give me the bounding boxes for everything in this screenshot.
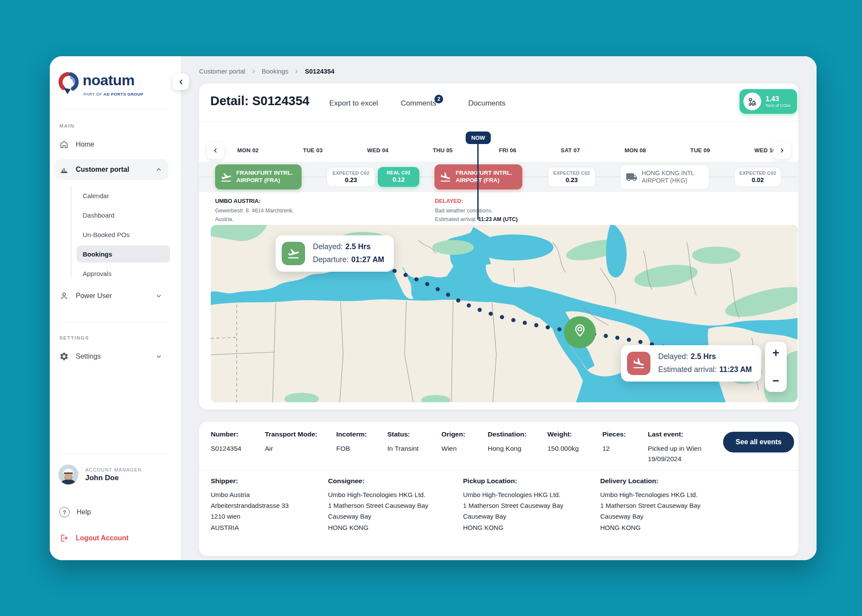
- field-label: Status:: [387, 430, 418, 438]
- sidebar-item-bookings[interactable]: Bookings: [77, 245, 170, 263]
- gear-icon: [59, 352, 69, 361]
- breadcrumb-customer-portal[interactable]: Customer portal: [199, 67, 245, 75]
- co2-chip-title: REAL C02: [378, 170, 419, 175]
- sidebar-item-label: Un-Booked POs: [83, 231, 129, 238]
- field-value: Wien: [441, 443, 465, 454]
- timeline-event-label: FRANKFURT INTRL. AIRPORT (FRA): [236, 170, 296, 184]
- breadcrumb-bookings[interactable]: Bookings: [262, 67, 289, 75]
- co2-total-badge[interactable]: 1.43 Tons of CO2e: [740, 89, 797, 114]
- field-destination: Destination: Hong Kong: [488, 430, 527, 454]
- timeline-date: SAT 07: [561, 147, 580, 154]
- truck-icon: [626, 171, 637, 183]
- field-origin: Origen: Wien: [441, 430, 465, 454]
- timeline-date: TUE 09: [690, 147, 710, 154]
- delay-note-title: DELAYED:: [435, 197, 518, 205]
- tab-export-to-excel[interactable]: Export to excel: [329, 99, 378, 108]
- tab-comments[interactable]: Comments 2: [401, 99, 436, 108]
- sidebar-item-dashboard[interactable]: Dashboard: [77, 206, 170, 224]
- expected-co2-chip: EXPECTED C02 0.23: [327, 167, 375, 187]
- field-label: Incoterm:: [336, 430, 367, 438]
- sidebar-item-help[interactable]: ? Help: [55, 503, 168, 522]
- tooltip-label: Estimated arrival:: [658, 365, 717, 374]
- address-line: 1210 wien: [211, 511, 289, 522]
- co2-chip-value: 0.23: [327, 176, 375, 183]
- see-all-events-button[interactable]: See all events: [723, 432, 794, 452]
- timeline-date: MON 08: [624, 147, 646, 154]
- departure-tooltip: Delayed:2.5 Hrs Departure:01:27 AM: [276, 235, 394, 272]
- chevron-up-icon: [155, 166, 162, 173]
- field-value: FOB: [336, 443, 367, 454]
- origin-note-line: Gewerbestr. 8. 4614 Marchtrenk.: [215, 207, 294, 215]
- brand-tagline-bold: AD PORTS GROUP: [103, 92, 143, 96]
- help-icon: ?: [59, 507, 70, 517]
- last-event-date: 19/09/2024: [648, 454, 701, 464]
- summary-divider: [199, 470, 798, 471]
- field-label: Number:: [211, 430, 241, 438]
- sidebar-item-label: Logout Account: [76, 534, 129, 542]
- sidebar-collapse-button[interactable]: [173, 74, 189, 90]
- field-transport-mode: Transport Mode: Air: [265, 430, 317, 454]
- sidebar-item-approvals[interactable]: Approvals: [77, 265, 170, 282]
- sidebar-item-unbooked-pos[interactable]: Un-Booked POs: [77, 226, 170, 243]
- origin-note-line: Austria.: [215, 215, 294, 224]
- field-value: 12: [602, 443, 626, 454]
- timeline-next-button[interactable]: [773, 142, 791, 159]
- timeline-date: FRI 06: [499, 147, 516, 154]
- address-line: Umbo High-Tecnologies HKG Ltd.: [600, 489, 701, 500]
- timeline-event-label: FRANKFURT INTRL. AIRPORT (FRA): [456, 170, 517, 184]
- address-line: HONG KONG: [328, 522, 428, 533]
- address-line: 1 Matherson Street Causeway Bay: [328, 500, 428, 511]
- tooltip-value: 2.5 Hrs: [345, 242, 370, 251]
- tooltip-value: 11:23 AM: [719, 365, 752, 374]
- expected-co2-chip: EXPECTED C02 0.02: [734, 167, 781, 187]
- help-glyph: ?: [63, 509, 66, 516]
- logout-icon: [59, 533, 69, 543]
- address-label: Pickup Location:: [463, 477, 563, 485]
- sidebar-item-logout[interactable]: Logout Account: [55, 529, 168, 548]
- timeline-date: WED 10: [754, 147, 776, 154]
- tab-documents[interactable]: Documents: [468, 99, 505, 108]
- co2-value: 1.43: [766, 95, 791, 103]
- sidebar-item-power-user[interactable]: Power User: [55, 286, 168, 305]
- delay-note-arrival-value: 11:23 AM (UTC): [478, 216, 518, 222]
- sidebar-item-home[interactable]: Home: [55, 135, 168, 154]
- arrival-tooltip-text: Delayed:2.5 Hrs Estimated arrival:11:23 …: [658, 350, 752, 376]
- tab-comments-label: Comments: [401, 99, 436, 107]
- field-label: Origen:: [441, 430, 465, 438]
- zoom-out-button[interactable]: −: [767, 372, 785, 389]
- breadcrumb: Customer portal Bookings S0124354: [199, 67, 335, 75]
- field-label: Weight:: [547, 430, 579, 438]
- address-shipper: Shipper: Umbo Austria Arbeiterstrandadst…: [211, 477, 289, 533]
- sidebar-item-customer-portal[interactable]: Customer portal: [55, 159, 168, 180]
- sidebar-divider: [57, 322, 169, 323]
- map-zoom-control: + −: [765, 342, 787, 392]
- delay-note: DELAYED: Bad weather conditions. Estimat…: [435, 197, 518, 224]
- timeline-event-origin-airport[interactable]: FRANKFURT INTRL. AIRPORT (FRA): [215, 164, 302, 189]
- delay-note-line: Bad weather conditions.: [435, 207, 518, 215]
- address-line: Causeway Bay: [463, 511, 563, 522]
- zoom-in-button[interactable]: +: [767, 344, 785, 362]
- departure-tooltip-text: Delayed:2.5 Hrs Departure:01:27 AM: [313, 241, 384, 266]
- address-label: Shipper:: [211, 477, 289, 485]
- tooltip-value: 2.5 Hrs: [691, 352, 716, 361]
- chevron-right-icon: [778, 147, 785, 154]
- route-map[interactable]: Delayed:2.5 Hrs Departure:01:27 AM Delay…: [211, 225, 798, 402]
- co2-chip-value: 0.12: [378, 176, 419, 183]
- home-icon: [59, 140, 69, 149]
- last-event-line: Picked up in Wien: [648, 443, 701, 454]
- tooltip-line: Estimated arrival:11:23 AM: [658, 363, 752, 376]
- sidebar-item-label: Settings: [76, 353, 101, 360]
- address-label: Consignee:: [328, 477, 428, 485]
- account-manager-text: ACCOUNT MANAGER John Doe: [85, 467, 142, 482]
- sidebar-item-calendar[interactable]: Calendar: [77, 187, 170, 204]
- plane-landing-icon: [627, 352, 650, 375]
- sidebar-item-settings[interactable]: Settings: [55, 347, 168, 366]
- timeline-prev-button[interactable]: [207, 142, 224, 159]
- field-value: In Transint: [387, 443, 418, 454]
- current-position-pin[interactable]: [564, 316, 596, 348]
- field-value: S0124354: [211, 443, 241, 454]
- address-line: 1 Matherson Street Causeway Bay: [463, 500, 563, 511]
- sidebar-divider: [57, 109, 169, 109]
- timeline-event-destination-airport[interactable]: HONG KONG INTL AIRPORT (HKG): [620, 164, 709, 189]
- sidebar-item-label: Approvals: [83, 270, 112, 277]
